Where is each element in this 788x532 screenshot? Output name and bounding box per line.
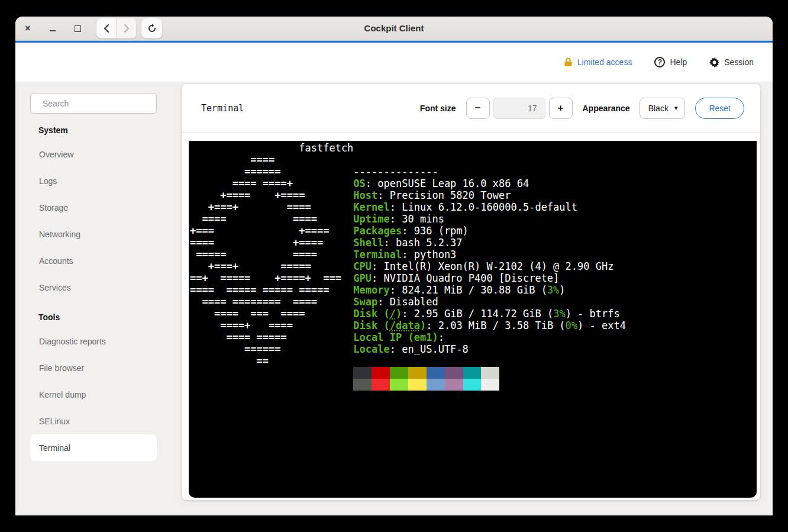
top-toolbar: Limited access ? Help Session <box>15 43 773 82</box>
palette-swatch <box>463 367 482 379</box>
help-button[interactable]: ? Help <box>654 57 687 67</box>
page-title: Terminal <box>201 103 244 114</box>
sidebar-item-terminal[interactable]: Terminal <box>30 434 157 461</box>
appearance-value: Black <box>648 104 668 113</box>
refresh-icon <box>147 24 157 33</box>
chevron-down-icon: ▾ <box>674 104 678 112</box>
navigation-buttons <box>96 18 162 38</box>
terminal-line: ====== Locale: en_US.UTF-8 <box>190 343 757 355</box>
terminal-line: ==== ======== ==== Swap: Disabled <box>190 296 757 308</box>
appearance-label: Appearance <box>583 104 630 113</box>
sidebar-item-storage[interactable]: Storage <box>30 194 157 221</box>
gear-icon <box>709 57 719 67</box>
terminal-line: ==== <box>190 154 757 166</box>
palette-swatch <box>408 367 427 379</box>
sidebar-item-logs[interactable]: Logs <box>30 167 157 194</box>
terminal-line: fastfetch <box>190 142 757 154</box>
terminal-output[interactable]: fastfetch ==== ====== -------------- ===… <box>189 141 757 498</box>
palette-swatch <box>372 367 390 379</box>
font-size-input[interactable] <box>493 98 545 119</box>
terminal-line: ==== ===== ===== ===== Memory: 824.21 Mi… <box>190 284 757 296</box>
palette-swatch <box>463 379 482 391</box>
terminal-line: +==== +==== Host: Precision 5820 Tower <box>190 189 757 201</box>
terminal-line: ==== +==== Shell: bash 5.2.37 <box>190 237 757 249</box>
appearance-select[interactable]: Black ▾ <box>640 98 686 119</box>
reset-button[interactable]: Reset <box>695 98 744 119</box>
terminal-line: == <box>190 355 757 367</box>
palette-swatch <box>445 367 463 379</box>
terminal-line: ==+ ===== +====+ === GPU: NVIDIA Quadro … <box>190 272 757 284</box>
sidebar-item-services[interactable]: Services <box>30 274 157 301</box>
terminal-line: ===== ==== Terminal: python3 <box>190 249 757 260</box>
font-size-decrease-button[interactable]: − <box>466 98 490 119</box>
palette-swatch <box>353 379 372 391</box>
window-controls: × <box>24 17 82 40</box>
font-size-label: Font size <box>420 104 456 113</box>
palette-swatch <box>427 367 445 379</box>
maximize-icon <box>75 25 81 32</box>
palette-swatch <box>427 379 445 391</box>
terminal-line <box>190 379 757 391</box>
chevron-left-icon <box>103 24 110 33</box>
terminal-line: ==== ===== Local IP (em1): <box>190 331 757 343</box>
sidebar-item-accounts[interactable]: Accounts <box>30 247 157 274</box>
palette-swatch <box>390 367 408 379</box>
palette-swatch <box>353 367 372 379</box>
palette-swatch <box>408 379 427 391</box>
sidebar-nav: SystemOverviewLogsStorageNetworkingAccou… <box>30 125 172 461</box>
terminal-line: ====+ ==== Disk (/data): 2.03 MiB / 3.58… <box>190 320 757 331</box>
terminal-line: +=== +==== Packages: 936 (rpm) <box>190 225 757 237</box>
minimize-button[interactable] <box>49 24 57 33</box>
search-input[interactable] <box>41 98 151 109</box>
session-button[interactable]: Session <box>709 57 754 67</box>
terminal-line: ====== -------------- <box>190 166 757 178</box>
reload-button[interactable] <box>141 18 162 38</box>
font-size-increase-button[interactable]: + <box>549 98 573 119</box>
help-label: Help <box>670 57 687 67</box>
palette-swatch <box>481 379 499 391</box>
terminal-line: +===+ ==== Kernel: Linux 6.12.0-160000.5… <box>190 201 757 213</box>
terminal-panel-header: Terminal Font size − + Appearance Black … <box>182 84 760 132</box>
desktop-backdrop: Cockpit Client × <box>0 0 788 532</box>
sidebar-item-diagnostic-reports[interactable]: Diagnostic reports <box>30 328 157 354</box>
terminal-line: +===+ ===== CPU: Intel(R) Xeon(R) W-2102… <box>190 260 757 272</box>
close-button[interactable]: × <box>24 24 32 33</box>
close-icon: × <box>25 24 30 33</box>
palette-swatch <box>445 379 463 391</box>
back-button[interactable] <box>96 18 116 38</box>
help-icon: ? <box>654 57 665 67</box>
terminal-controls: Font size − + Appearance Black ▾ Reset <box>420 98 744 119</box>
forward-button[interactable] <box>116 18 136 38</box>
content-area: SystemOverviewLogsStorageNetworkingAccou… <box>15 82 773 515</box>
terminal-line: ==== === ==== Disk (/): 2.95 GiB / 114.7… <box>190 308 757 320</box>
palette-swatch <box>481 367 499 379</box>
terminal-line: ==== ==== Uptime: 30 mins <box>190 213 757 225</box>
nav-section-label: System <box>30 125 172 137</box>
lock-icon <box>564 57 573 67</box>
sidebar-item-kernel-dump[interactable]: Kernel dump <box>30 381 157 408</box>
limited-access-button[interactable]: Limited access <box>564 57 632 67</box>
header-divider <box>182 132 760 133</box>
cockpit-client-window: Cockpit Client × <box>15 17 773 515</box>
minimize-icon <box>50 30 56 31</box>
chevron-right-icon <box>123 24 130 33</box>
terminal-line: ==== ====+ OS: openSUSE Leap 16.0 x86_64 <box>190 178 757 189</box>
sidebar-item-networking[interactable]: Networking <box>30 221 157 247</box>
palette-swatch <box>372 379 390 391</box>
maximize-button[interactable] <box>73 24 82 33</box>
session-label: Session <box>724 57 754 67</box>
titlebar: Cockpit Client × <box>15 17 773 41</box>
nav-section-label: Tools <box>30 312 172 324</box>
sidebar-item-overview[interactable]: Overview <box>30 141 157 167</box>
terminal-panel: Terminal Font size − + Appearance Black … <box>182 84 760 500</box>
terminal-line <box>190 367 757 379</box>
search-box <box>30 93 157 114</box>
palette-swatch <box>390 379 408 391</box>
sidebar-item-file-browser[interactable]: File browser <box>30 354 157 381</box>
sidebar-item-selinux[interactable]: SELinux <box>30 408 157 434</box>
sidebar: SystemOverviewLogsStorageNetworkingAccou… <box>15 82 172 515</box>
limited-access-label: Limited access <box>577 57 632 67</box>
